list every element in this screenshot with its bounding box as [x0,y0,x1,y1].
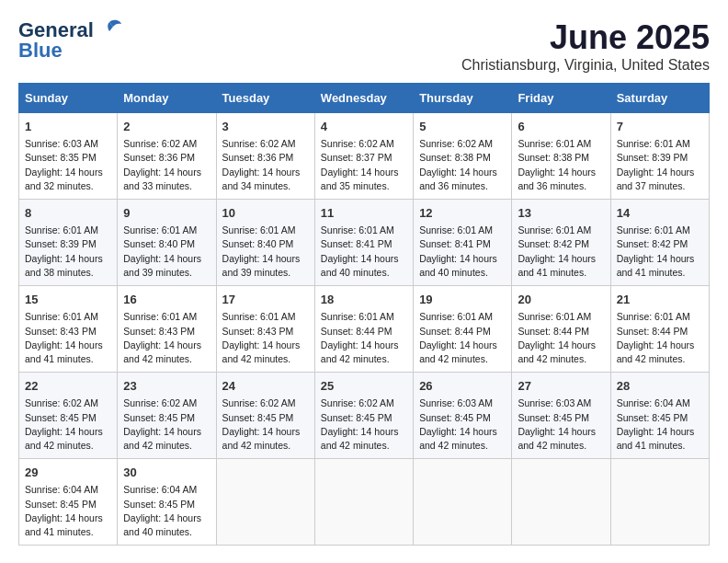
day-info-text: Sunset: 8:43 PM [222,325,309,339]
day-info-text: Sunset: 8:45 PM [123,411,210,425]
day-info-text: Daylight: 14 hours [25,252,111,266]
day-info-text: Daylight: 14 hours [123,252,210,266]
day-info-text: Sunset: 8:44 PM [518,325,604,339]
day-number: 22 [25,378,111,395]
day-info-text: and 41 minutes. [25,352,111,366]
day-info-text: Daylight: 14 hours [617,425,703,439]
day-info-text: Sunrise: 6:01 AM [222,224,309,237]
logo-blue: Blue [18,39,63,63]
calendar-cell: 19Sunrise: 6:01 AMSunset: 8:44 PMDayligh… [414,286,512,373]
calendar-cell: 4Sunrise: 6:02 AMSunset: 8:37 PMDaylight… [314,113,413,200]
calendar-cell [414,459,512,546]
day-info-text: Sunset: 8:41 PM [419,237,506,251]
day-info-text: Sunrise: 6:04 AM [617,396,703,410]
day-number: 23 [123,378,210,395]
day-info-text: and 39 minutes. [222,266,309,280]
day-info-text: Daylight: 14 hours [123,511,210,525]
day-info-text: Sunset: 8:41 PM [321,237,407,251]
day-info-text: Sunset: 8:38 PM [518,151,604,165]
day-info-text: and 42 minutes. [123,352,210,366]
day-info-text: Daylight: 14 hours [321,339,407,352]
day-info-text: Sunrise: 6:02 AM [123,396,210,410]
day-number: 29 [25,465,111,481]
weekday-header-tuesday: Tuesday [216,84,314,113]
day-info-text: Daylight: 14 hours [617,166,703,179]
day-number: 11 [321,205,407,222]
day-number: 26 [419,378,506,395]
weekday-header-thursday: Thursday [414,84,512,113]
calendar-cell: 20Sunrise: 6:01 AMSunset: 8:44 PMDayligh… [512,286,610,373]
day-info-text: Sunset: 8:44 PM [419,325,506,339]
day-info-text: Sunrise: 6:03 AM [419,396,506,410]
day-info-text: and 42 minutes. [617,352,703,366]
day-info-text: Sunset: 8:45 PM [617,411,703,425]
calendar-cell: 26Sunrise: 6:03 AMSunset: 8:45 PMDayligh… [414,373,512,459]
day-info-text: and 42 minutes. [123,439,210,453]
day-info-text: Daylight: 14 hours [518,166,604,179]
day-info-text: Sunrise: 6:02 AM [222,137,309,151]
day-number: 19 [419,292,506,308]
day-info-text: Sunset: 8:35 PM [25,151,111,165]
day-info-text: Sunset: 8:42 PM [518,237,604,251]
day-info-text: and 42 minutes. [419,439,506,453]
day-number: 4 [321,119,407,135]
calendar-cell: 12Sunrise: 6:01 AMSunset: 8:41 PMDayligh… [414,200,512,286]
day-info-text: Sunrise: 6:02 AM [419,137,506,151]
day-info-text: Daylight: 14 hours [222,166,309,179]
calendar-cell: 15Sunrise: 6:01 AMSunset: 8:43 PMDayligh… [19,286,118,373]
calendar-week-row: 22Sunrise: 6:02 AMSunset: 8:45 PMDayligh… [19,373,710,459]
day-info-text: Sunset: 8:43 PM [25,325,111,339]
day-number: 1 [25,119,111,135]
day-info-text: Daylight: 14 hours [222,425,309,439]
day-info-text: Daylight: 14 hours [25,166,111,179]
calendar-cell: 17Sunrise: 6:01 AMSunset: 8:43 PMDayligh… [216,286,314,373]
day-info-text: Sunset: 8:45 PM [25,411,111,425]
day-number: 7 [617,119,703,135]
calendar-cell: 10Sunrise: 6:01 AMSunset: 8:40 PMDayligh… [216,200,314,286]
day-info-text: and 42 minutes. [25,439,111,453]
logo: General Blue [18,18,122,63]
day-number: 20 [518,292,604,308]
calendar-cell: 3Sunrise: 6:02 AMSunset: 8:36 PMDaylight… [216,113,314,200]
day-info-text: and 34 minutes. [222,179,309,193]
day-number: 25 [321,378,407,395]
day-info-text: Sunrise: 6:01 AM [617,310,703,324]
day-info-text: and 41 minutes. [617,439,703,453]
page-header: General Blue June 2025 Christiansburg, V… [18,18,710,74]
weekday-header-sunday: Sunday [19,84,118,113]
day-info-text: and 42 minutes. [518,352,604,366]
day-info-text: Sunset: 8:45 PM [419,411,506,425]
day-info-text: Sunrise: 6:02 AM [222,396,309,410]
day-number: 3 [222,119,309,135]
day-info-text: Sunrise: 6:04 AM [123,483,210,497]
calendar-week-row: 8Sunrise: 6:01 AMSunset: 8:39 PMDaylight… [19,200,710,286]
day-info-text: Sunrise: 6:01 AM [518,310,604,324]
day-info-text: Sunrise: 6:01 AM [25,224,111,237]
day-info-text: Daylight: 14 hours [123,166,210,179]
day-info-text: Sunrise: 6:01 AM [123,224,210,237]
title-block: June 2025 Christiansburg, Virginia, Unit… [461,18,710,74]
day-info-text: and 40 minutes. [419,266,506,280]
calendar-cell: 9Sunrise: 6:01 AMSunset: 8:40 PMDaylight… [118,200,216,286]
day-info-text: Daylight: 14 hours [419,166,506,179]
day-info-text: Daylight: 14 hours [419,252,506,266]
day-info-text: Sunrise: 6:03 AM [518,396,604,410]
day-number: 15 [25,292,111,308]
day-number: 10 [222,205,309,222]
day-info-text: Daylight: 14 hours [25,425,111,439]
calendar-cell [512,459,610,546]
day-info-text: Daylight: 14 hours [419,425,506,439]
day-info-text: Daylight: 14 hours [25,339,111,352]
day-info-text: Sunrise: 6:02 AM [25,396,111,410]
day-info-text: Daylight: 14 hours [123,425,210,439]
day-info-text: Daylight: 14 hours [222,339,309,352]
calendar-cell: 16Sunrise: 6:01 AMSunset: 8:43 PMDayligh… [118,286,216,373]
day-info-text: and 40 minutes. [123,525,210,539]
day-info-text: and 38 minutes. [25,266,111,280]
calendar-cell: 28Sunrise: 6:04 AMSunset: 8:45 PMDayligh… [610,373,709,459]
day-info-text: Sunrise: 6:01 AM [222,310,309,324]
calendar-cell: 13Sunrise: 6:01 AMSunset: 8:42 PMDayligh… [512,200,610,286]
day-info-text: Daylight: 14 hours [25,511,111,525]
calendar-cell: 29Sunrise: 6:04 AMSunset: 8:45 PMDayligh… [19,459,118,546]
weekday-header-wednesday: Wednesday [314,84,413,113]
